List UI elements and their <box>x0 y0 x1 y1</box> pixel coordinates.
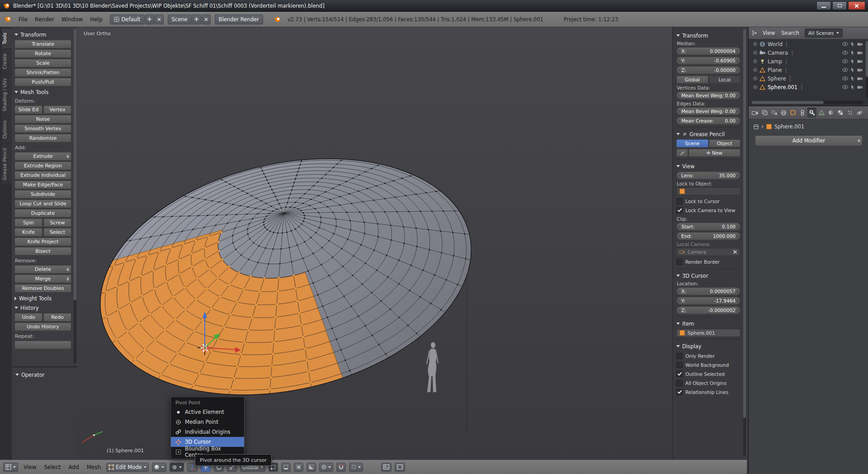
occlude-geometry-button[interactable] <box>307 463 316 472</box>
outliner-vscrollbar[interactable] <box>866 40 868 98</box>
select-button[interactable]: Select <box>43 228 71 237</box>
outliner-item-sphere[interactable]: Sphere| <box>749 74 865 83</box>
active-item-name-field[interactable]: Sphere.001 <box>676 329 741 337</box>
visibility-eye-icon[interactable] <box>842 42 848 46</box>
visibility-eye-icon[interactable] <box>842 76 848 81</box>
extrude-individual-button[interactable]: Extrude Individual <box>14 171 71 180</box>
spin-button[interactable]: Spin <box>14 218 42 227</box>
clipped-button[interactable] <box>14 341 71 349</box>
npanel-scrollbar[interactable] <box>743 29 746 456</box>
viewport-shading-dropdown[interactable] <box>152 463 166 472</box>
local-button[interactable]: Local <box>709 76 741 84</box>
expand-icon[interactable] <box>753 51 757 55</box>
transform-y-field[interactable]: Y:-0.60905 <box>676 57 741 65</box>
translate-button[interactable]: Translate <box>14 40 71 48</box>
panel-triangle-icon[interactable] <box>14 91 18 93</box>
selectability-pointer-icon[interactable] <box>850 59 855 64</box>
render-layers-tab[interactable] <box>760 108 769 118</box>
3d-cursor-y-field[interactable]: Y:-17.9464 <box>676 297 741 305</box>
scale-button[interactable]: Scale <box>14 59 71 67</box>
renderability-camera-icon[interactable] <box>857 76 863 81</box>
vertex-button[interactable]: Vertex <box>43 105 71 114</box>
renderability-camera-icon[interactable] <box>857 68 863 72</box>
expand-icon[interactable] <box>753 68 757 72</box>
view-start-field[interactable]: Start:0.100 <box>676 223 741 231</box>
selectability-pointer-icon[interactable] <box>850 50 855 55</box>
noise-button[interactable]: Noise <box>14 115 71 123</box>
add-scene-button[interactable] <box>192 14 201 24</box>
extrude-combo-button[interactable]: Extrude <box>14 152 71 161</box>
randomize-button[interactable]: Randomize <box>14 134 71 142</box>
object-tab[interactable]: Object <box>709 139 741 147</box>
panel-triangle-icon[interactable] <box>14 307 18 309</box>
duplicate-button[interactable]: Duplicate <box>14 209 71 218</box>
data-tab[interactable] <box>817 108 826 118</box>
pivot-option-median-point[interactable]: Median Point <box>171 417 244 427</box>
relationship-lines-checkbox[interactable]: Relationship Lines <box>676 388 741 397</box>
outliner-item-sphere-001[interactable]: Sphere.001| <box>749 83 865 91</box>
3d-viewport[interactable]: User Ortho (1) Sphere.001 <box>77 27 672 460</box>
opengl-render-anim-button[interactable] <box>395 463 405 472</box>
expand-icon[interactable] <box>753 42 757 46</box>
minimize-button[interactable] <box>816 1 831 10</box>
selectability-pointer-icon[interactable] <box>850 42 855 47</box>
lock-to-cursor-checkbox[interactable]: Lock to Cursor <box>676 197 741 206</box>
outliner-display-mode-dropdown[interactable]: All Scenes <box>805 28 843 38</box>
delete-combo-button[interactable]: Delete <box>14 265 71 274</box>
toolshelf-scrollbar[interactable] <box>74 29 76 364</box>
panel-triangle-icon[interactable] <box>676 34 680 37</box>
shelf-tab-create[interactable]: Create <box>2 49 12 73</box>
transform-mean-bevel-weig-field[interactable]: Mean Bevel Weig:0.00 <box>676 91 741 100</box>
selectability-pointer-icon[interactable] <box>850 67 855 72</box>
constraints-tab[interactable] <box>798 108 807 118</box>
transform-mean-crease-field[interactable]: Mean Crease:0.00 <box>676 117 741 125</box>
visibility-eye-icon[interactable] <box>842 59 848 63</box>
shelf-tab-grease-pencil[interactable]: Grease Pencil <box>2 144 12 184</box>
editor-type-dropdown[interactable] <box>3 463 18 472</box>
clear-camera-icon[interactable] <box>733 250 737 254</box>
redo-button[interactable]: Redo <box>43 313 71 322</box>
lock-to-object-field[interactable] <box>676 187 741 195</box>
transform-mean-bevel-weig-field[interactable]: Mean Bevel Weig:0.00 <box>676 107 741 115</box>
viewport-canvas-drawing[interactable] <box>77 27 672 460</box>
bisect-button[interactable]: Bisect <box>14 247 71 256</box>
render-tab[interactable] <box>750 108 760 118</box>
delete-scene-button[interactable] <box>202 14 211 24</box>
push-pull-button[interactable]: Push/Pull <box>14 78 71 86</box>
viewport-menu-select[interactable]: Select <box>42 463 63 471</box>
all-object-origins-checkbox[interactable]: All Object Origins <box>676 379 741 388</box>
outline-selected-checkbox[interactable]: Outline Selected <box>676 370 741 379</box>
delete-screen-button[interactable] <box>155 14 164 24</box>
edge-select-button[interactable] <box>281 463 291 472</box>
modifiers-tab[interactable] <box>807 108 816 118</box>
screen-layout-dropdown[interactable]: Default <box>110 14 145 24</box>
outliner-item-world[interactable]: World| <box>749 40 865 48</box>
outliner-menu-search[interactable]: Search <box>779 29 801 37</box>
loop-cut-and-slide-button[interactable]: Loop Cut and Slide <box>14 199 71 208</box>
pivot-option-individual-origins[interactable]: Individual Origins <box>171 427 244 437</box>
shelf-tab-tools[interactable]: Tools <box>2 28 12 48</box>
merge-combo-button[interactable]: Merge <box>14 275 71 283</box>
3d-cursor-x-field[interactable]: X:0.0000057 <box>676 287 741 295</box>
global-button[interactable]: Global <box>676 76 708 84</box>
outliner-item-camera[interactable]: Camera| <box>749 48 865 57</box>
renderability-camera-icon[interactable] <box>857 59 863 63</box>
renderability-camera-icon[interactable] <box>857 42 863 46</box>
knife-button[interactable]: Knife <box>14 228 42 237</box>
blender-app-menu[interactable] <box>4 15 11 23</box>
visibility-eye-icon[interactable] <box>842 51 848 55</box>
viewport-menu-add[interactable]: Add <box>66 463 81 471</box>
close-button[interactable] <box>848 1 865 10</box>
mode-select-dropdown[interactable]: Edit Mode <box>106 463 148 472</box>
smooth-vertex-button[interactable]: Smooth Vertex <box>14 124 71 133</box>
selectability-pointer-icon[interactable] <box>850 85 855 90</box>
panel-triangle-icon[interactable] <box>676 165 680 167</box>
opengl-render-button[interactable] <box>381 463 392 472</box>
world-tab[interactable] <box>779 108 788 118</box>
maximize-button[interactable] <box>832 1 847 10</box>
snap-target-dropdown[interactable] <box>349 463 363 472</box>
grease-pencil-new-button[interactable]: New <box>689 149 741 157</box>
menu-render[interactable]: Render <box>32 15 57 24</box>
undo-history-button[interactable]: Undo History <box>14 322 71 331</box>
renderability-camera-icon[interactable] <box>857 51 863 55</box>
